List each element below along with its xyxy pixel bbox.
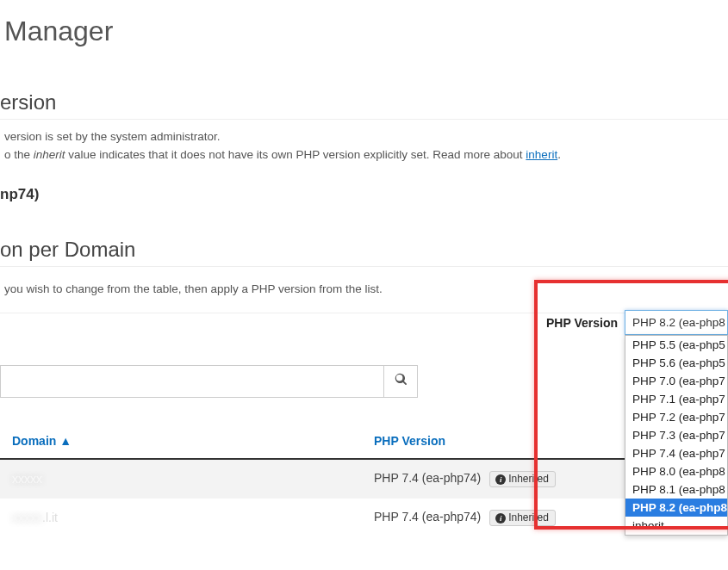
- version-cell: PHP 7.4 (ea-php74): [374, 510, 481, 524]
- dropdown-option[interactable]: PHP 7.0 (ea-php7: [625, 372, 727, 390]
- current-version-label: np74): [0, 164, 728, 203]
- dropdown-option[interactable]: PHP 8.2 (ea-php8: [625, 499, 727, 517]
- desc-line1: version is set by the system administrat…: [4, 130, 221, 143]
- dropdown-option[interactable]: PHP 7.4 (ea-php7: [625, 444, 727, 462]
- inherited-badge: iInherited: [489, 510, 556, 526]
- domain-suffix: .l.it: [42, 511, 58, 524]
- dropdown-option[interactable]: PHP 5.6 (ea-php5: [625, 354, 727, 372]
- search-input[interactable]: [0, 365, 383, 398]
- search-button[interactable]: [383, 365, 418, 398]
- domain-table: Domain ▲ PHP Version xxxxx PHP 7.4 (ea-p…: [0, 424, 728, 537]
- page-title: Manager: [0, 0, 728, 56]
- description-text: version is set by the system administrat…: [0, 128, 728, 164]
- desc-line2b: value indicates that it does not have it…: [65, 148, 526, 161]
- dropdown-selected[interactable]: PHP 8.2 (ea-php8: [625, 310, 728, 335]
- desc-line2a: o the: [4, 148, 34, 161]
- desc-inherit-em: inherit: [34, 148, 65, 161]
- instruction-text: you wish to change from the table, then …: [0, 276, 728, 313]
- dropdown-option[interactable]: PHP 7.2 (ea-php7: [625, 408, 727, 426]
- search-bar: [0, 365, 418, 398]
- table-row[interactable]: xxxxx PHP 7.4 (ea-php74) iInherited: [0, 459, 728, 499]
- version-cell: PHP 7.4 (ea-php74): [374, 471, 481, 485]
- domain-cell-blur: xxxxx: [12, 472, 42, 486]
- dropdown-option[interactable]: PHP 7.3 (ea-php7: [625, 426, 727, 444]
- desc-line2c: .: [557, 148, 561, 161]
- php-version-dropdown[interactable]: PHP 8.2 (ea-php8 PHP 5.5 (ea-php5PHP 5.6…: [625, 310, 728, 536]
- domain-cell-blur: xxxxx: [12, 511, 42, 524]
- badge-text: Inherited: [508, 511, 549, 524]
- inherit-link[interactable]: inherit: [526, 148, 557, 161]
- section-php-version-title: ersion: [0, 56, 728, 120]
- search-icon: [395, 373, 408, 389]
- dropdown-option[interactable]: PHP 8.1 (ea-php8: [625, 480, 727, 499]
- php-version-label: PHP Version: [546, 316, 618, 330]
- badge-text: Inherited: [508, 473, 549, 485]
- info-icon: i: [495, 513, 506, 524]
- section-per-domain-title: on per Domain: [0, 203, 728, 267]
- dropdown-list: PHP 5.5 (ea-php5PHP 5.6 (ea-php5PHP 7.0 …: [625, 335, 728, 536]
- col-domain-header[interactable]: Domain ▲: [0, 424, 362, 459]
- inherited-badge: iInherited: [489, 471, 556, 487]
- dropdown-option[interactable]: PHP 8.0 (ea-php8: [625, 462, 727, 480]
- dropdown-option[interactable]: PHP 7.1 (ea-php7: [625, 390, 727, 408]
- table-row[interactable]: xxxxx.l.it PHP 7.4 (ea-php74) iInherited: [0, 499, 728, 537]
- dropdown-option[interactable]: inherit: [625, 517, 727, 535]
- info-icon: i: [495, 474, 506, 485]
- dropdown-option[interactable]: PHP 5.5 (ea-php5: [625, 336, 727, 354]
